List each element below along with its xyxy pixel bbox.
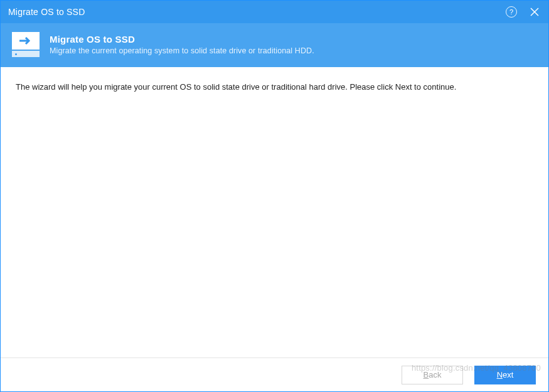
content-area: The wizard will help you migrate your cu… (1, 67, 548, 358)
next-button[interactable]: Next (474, 366, 536, 384)
dialog-window: Migrate OS to SSD ? Migrate OS to SSD Mi… (0, 0, 549, 392)
help-icon[interactable]: ? (506, 6, 517, 18)
window-title: Migrate OS to SSD (8, 7, 506, 17)
titlebar-controls: ? (506, 3, 543, 21)
banner: Migrate OS to SSD Migrate the current op… (1, 23, 548, 67)
drive-migration-icon (12, 32, 40, 57)
footer: Back Next (1, 358, 548, 391)
banner-text: Migrate OS to SSD Migrate the current op… (50, 34, 314, 55)
wizard-message: The wizard will help you migrate your cu… (16, 81, 533, 93)
titlebar: Migrate OS to SSD ? (1, 1, 548, 23)
banner-subtitle: Migrate the current operating system to … (50, 46, 314, 55)
banner-title: Migrate OS to SSD (50, 34, 314, 45)
back-button: Back (402, 366, 463, 384)
close-icon[interactable] (526, 3, 543, 21)
